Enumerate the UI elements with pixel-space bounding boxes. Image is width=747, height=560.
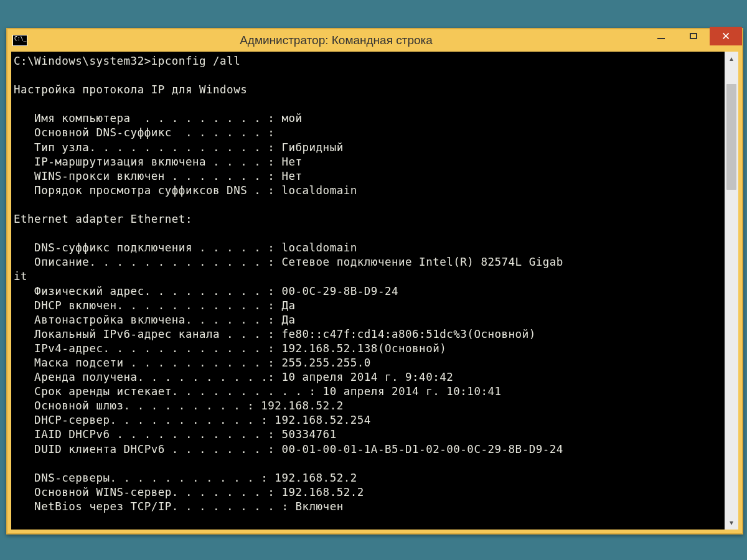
titlebar[interactable]: Администратор: Командная строка ✕ — [7, 29, 742, 52]
connection-dns-suffix-line: DNS-суффикс подключения . . . . . : loca… — [14, 241, 357, 254]
primary-wins-server-line: Основной WINS-сервер. . . . . . . : 192.… — [14, 486, 364, 498]
window-controls: ✕ — [645, 29, 742, 52]
subnet-mask-line: Маска подсети . . . . . . . . . . : 255.… — [14, 357, 371, 369]
command-prompt-window: Администратор: Командная строка ✕ C:\Win… — [6, 28, 743, 534]
lease-obtained-line: Аренда получена. . . . . . . . . .: 10 а… — [14, 371, 453, 383]
ip-routing-line: IP-маршрутизация включена . . . . : Нет — [14, 156, 303, 168]
description-line-wrap: it — [14, 270, 27, 282]
client-area: C:\Windows\system32>ipconfig /all Настро… — [11, 52, 738, 530]
scroll-thumb[interactable] — [726, 84, 736, 190]
maximize-button[interactable] — [677, 27, 710, 45]
prompt-line-2: C:\Windows\system32> — [14, 529, 151, 530]
primary-dns-suffix-line: Основной DNS-суффикс . . . . . . : — [14, 126, 275, 139]
minimize-icon — [657, 38, 665, 39]
autoconfig-line: Автонастройка включена. . . . . . : Да — [14, 314, 295, 326]
adapter-header: Ethernet adapter Ethernet: — [14, 213, 192, 225]
scroll-track[interactable] — [725, 65, 738, 516]
wins-proxy-line: WINS-прокси включен . . . . . . . : Нет — [14, 170, 303, 182]
dhcp-enabled-line: DHCP включен. . . . . . . . . . . : Да — [14, 299, 295, 312]
dhcpv6-duid-line: DUID клиента DHCPv6 . . . . . . . : 00-0… — [14, 443, 563, 455]
physical-address-line: Физический адрес. . . . . . . . . : 00-0… — [14, 285, 398, 297]
default-gateway-line: Основной шлюз. . . . . . . . . : 192.168… — [14, 399, 344, 412]
cmd-icon — [12, 35, 27, 46]
ipv4-address-line: IPv4-адрес. . . . . . . . . . . . : 192.… — [14, 342, 446, 355]
maximize-icon — [690, 33, 697, 39]
netbios-tcpip-line: NetBios через TCP/IP. . . . . . . . : Вк… — [14, 500, 344, 513]
window-title: Администратор: Командная строка — [27, 34, 645, 47]
host-name-line: Имя компьютера . . . . . . . . . : мой — [14, 112, 303, 124]
close-icon: ✕ — [721, 31, 730, 42]
lease-expires-line: Срок аренды истекает. . . . . . . . . . … — [14, 385, 502, 398]
section-header-ipconfig: Настройка протокола IP для Windows — [14, 83, 247, 96]
dns-servers-line: DNS-серверы. . . . . . . . . . . : 192.1… — [14, 472, 357, 484]
description-line: Описание. . . . . . . . . . . . . : Сете… — [14, 256, 563, 268]
link-local-ipv6-line: Локальный IPv6-адрес канала . . . : fe80… — [14, 328, 536, 340]
node-type-line: Тип узла. . . . . . . . . . . . . : Гибр… — [14, 141, 344, 154]
close-button[interactable]: ✕ — [710, 27, 742, 45]
dhcpv6-iaid-line: IAID DHCPv6 . . . . . . . . . . . : 5033… — [14, 428, 337, 441]
dhcp-server-line: DHCP-сервер. . . . . . . . . . . : 192.1… — [14, 414, 371, 426]
vertical-scrollbar[interactable]: ▴ ▾ — [725, 52, 738, 530]
scroll-down-arrow-icon[interactable]: ▾ — [725, 516, 738, 530]
scroll-up-arrow-icon[interactable]: ▴ — [725, 52, 738, 65]
prompt-line-1: C:\Windows\system32>ipconfig /all — [14, 55, 240, 67]
dns-search-list-line: Порядок просмотра суффиксов DNS . : loca… — [14, 184, 357, 197]
minimize-button[interactable] — [645, 27, 677, 45]
terminal-output[interactable]: C:\Windows\system32>ipconfig /all Настро… — [11, 52, 725, 530]
